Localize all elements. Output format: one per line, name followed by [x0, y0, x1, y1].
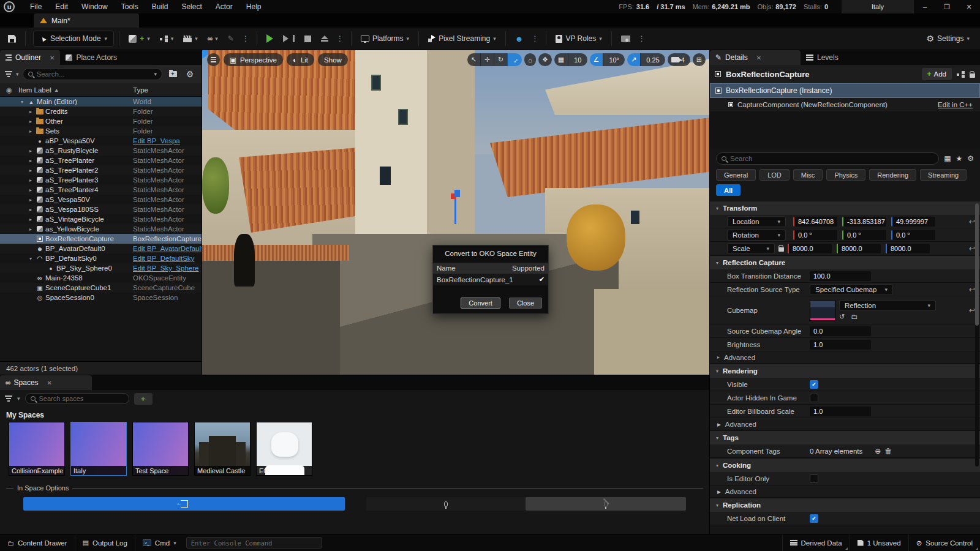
cubemap-thumbnail[interactable] — [810, 300, 835, 321]
stop-button[interactable] — [300, 31, 315, 47]
leave-space-button[interactable] — [23, 497, 345, 511]
location-dropdown[interactable]: Location▾ — [727, 216, 786, 227]
add-space-button[interactable]: + — [134, 393, 153, 405]
vp-roles-dropdown[interactable]: VP Roles▾ — [551, 31, 606, 47]
space-card[interactable]: ECommerce — [256, 422, 312, 476]
console-command-input[interactable] — [191, 539, 317, 547]
lock-icon[interactable] — [970, 73, 975, 78]
outliner-row[interactable]: BoxReflectionCapture BoxReflectionCaptur… — [0, 234, 202, 244]
space-card[interactable]: Test Space — [132, 422, 189, 476]
scale-dropdown[interactable]: Scale▾ — [727, 243, 775, 254]
outliner-searchbox[interactable]: ▾ — [23, 68, 162, 80]
browse-asset-icon[interactable]: 🗀 — [851, 313, 858, 321]
type-column[interactable]: Type — [133, 86, 202, 94]
convert-button[interactable]: Convert — [461, 298, 500, 309]
use-selected-asset-icon[interactable]: ↺ — [839, 313, 845, 321]
expander-icon[interactable] — [27, 129, 34, 134]
play-button[interactable] — [262, 31, 277, 47]
details-scrollbar[interactable] — [975, 203, 979, 467]
menu-item[interactable]: Build — [145, 0, 175, 13]
outliner-row[interactable]: aS_TreePlanter3 StaticMeshActor — [0, 175, 202, 185]
show-dropdown[interactable]: Show — [318, 53, 348, 66]
advanced-expander[interactable]: ▸Advanced — [710, 351, 980, 364]
avatars-button[interactable]: ☻ — [511, 31, 528, 47]
microphone-button[interactable] — [366, 497, 526, 511]
select-tool-button[interactable]: ↖ — [467, 53, 480, 66]
expander-icon[interactable] — [27, 227, 34, 232]
search-history-chevron-icon[interactable]: ▾ — [154, 71, 157, 77]
category-chip[interactable]: General — [716, 169, 756, 181]
rotation-snap-button[interactable]: ∠ — [590, 53, 603, 66]
pixel-streaming-dropdown[interactable]: Pixel Streaming▾ — [424, 31, 500, 47]
outliner-row[interactable]: SceneCaptureCube1 SceneCaptureCube — [0, 283, 202, 293]
maximize-viewport-button[interactable]: ⊞ — [693, 53, 706, 66]
rotation-dropdown[interactable]: Rotation▾ — [727, 230, 786, 241]
details-search-input[interactable] — [730, 155, 933, 162]
unsaved-button[interactable]: 1 Unsaved — [850, 534, 908, 551]
perspective-dropdown[interactable]: ▣Perspective — [224, 53, 283, 66]
camera-speed-button[interactable]: 4 — [668, 53, 690, 66]
filter-icon[interactable] — [5, 395, 12, 402]
microphone-muted-button[interactable] — [526, 497, 686, 511]
expander-icon[interactable] — [27, 168, 34, 173]
expander-icon[interactable] — [27, 217, 34, 222]
outliner-row[interactable]: aS_TreePlanter4 StaticMeshActor — [0, 185, 202, 195]
translate-tool-button[interactable]: ✛ — [480, 53, 494, 66]
rotation-x-field[interactable]: 0.0 ° — [793, 230, 837, 240]
rotate-tool-button[interactable]: ↻ — [494, 53, 507, 66]
space-card[interactable]: Medieval Castle — [194, 422, 251, 476]
favorites-icon[interactable]: ★ — [956, 154, 962, 163]
section-rendering[interactable]: ▾Rendering — [710, 364, 980, 378]
menu-item[interactable]: Actor — [209, 0, 239, 13]
is-editor-only-checkbox[interactable] — [810, 474, 818, 483]
section-tags[interactable]: ▾Tags — [710, 430, 980, 444]
outliner-row[interactable]: aS_TreePlanter StaticMeshActor — [0, 156, 202, 165]
viewport[interactable]: ▣Perspective ◐Lit Show ↖ ✛ ↻ ↔ ⌂ — [202, 50, 709, 375]
grid-snap-button[interactable]: ▦ — [554, 53, 568, 66]
details-settings-icon[interactable]: ⚙ — [967, 154, 974, 163]
brightness-field[interactable]: 1.0 — [810, 340, 871, 350]
reflection-source-dropdown[interactable]: Specified Cubemap▾ — [810, 284, 893, 295]
cmd-dropdown[interactable]: >_Cmd▾ — [135, 534, 184, 551]
outliner-settings-button[interactable]: ⚙ — [183, 68, 197, 80]
expander-icon[interactable] — [27, 256, 34, 261]
expander-icon[interactable] — [27, 207, 34, 212]
section-replication[interactable]: ▾Replication — [710, 498, 980, 512]
rotation-y-field[interactable]: 0.0 ° — [842, 230, 886, 240]
scale-snap-button[interactable]: ↗ — [627, 53, 640, 66]
outliner-row[interactable]: Sets Folder — [0, 126, 202, 136]
close-tab-icon[interactable]: ✕ — [756, 54, 761, 61]
lit-dropdown[interactable]: ◐Lit — [287, 53, 314, 66]
display-options-icon[interactable]: ▦ — [944, 154, 951, 163]
outliner-row[interactable]: aS_Vespa180SS StaticMeshActor — [0, 204, 202, 214]
menu-item[interactable]: Window — [75, 0, 115, 13]
net-load-checkbox[interactable] — [810, 514, 818, 523]
tab-outliner[interactable]: Outliner ✕ — [0, 50, 60, 65]
filter-icon[interactable] — [5, 71, 12, 77]
outliner-row[interactable]: aS_Vespa50V StaticMeshActor — [0, 195, 202, 204]
menu-item[interactable]: Edit — [48, 0, 75, 13]
expander-icon[interactable] — [27, 148, 34, 154]
close-tab-icon[interactable]: ✕ — [47, 380, 52, 386]
outliner-row[interactable]: aS_TreePlanter2 StaticMeshActor — [0, 165, 202, 175]
oko-dropdown[interactable]: ∞▾ — [203, 31, 222, 47]
spaces-searchbox[interactable] — [25, 393, 129, 404]
grid-snap-value[interactable]: 10 — [568, 53, 587, 66]
frame-skip-button[interactable] — [279, 31, 299, 47]
category-chip[interactable]: Rendering — [869, 169, 916, 181]
expander-icon[interactable] — [27, 178, 34, 183]
source-angle-field[interactable]: 0.0 — [810, 326, 871, 336]
dialog-entity-row[interactable]: BoxReflectionCapture_1 ✔ — [433, 274, 548, 285]
instance-row[interactable]: BoxReflectionCapture (Instance) — [710, 83, 980, 98]
outliner-row[interactable]: SpaceSession0 SpaceSession — [0, 293, 202, 302]
cubemap-asset-dropdown[interactable]: Reflection▾ — [839, 300, 936, 311]
space-card[interactable]: Italy — [70, 422, 127, 476]
viewport-menu-button[interactable] — [207, 53, 220, 66]
blueprints-dropdown[interactable]: ▾ — [156, 31, 178, 47]
add-component-button[interactable]: +Add — [922, 68, 952, 80]
item-label-column[interactable]: Item Label▲ — [18, 86, 133, 94]
restore-button[interactable]: ❐ — [936, 0, 958, 13]
expander-icon[interactable] — [18, 99, 26, 105]
close-dialog-button[interactable]: Close — [509, 298, 542, 309]
details-searchbox[interactable] — [716, 152, 939, 165]
